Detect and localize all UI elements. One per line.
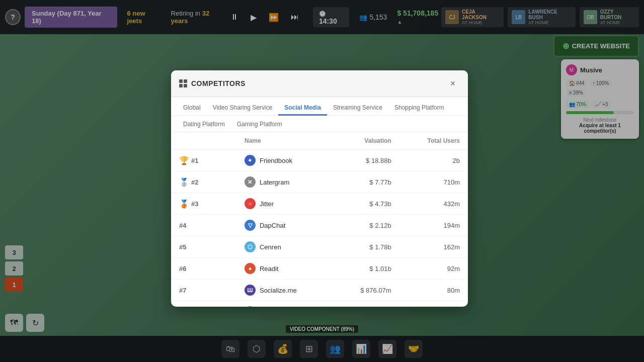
tab-video-sharing[interactable]: Video Sharing Service: [207, 101, 279, 116]
company-icon-3: ▽: [245, 220, 256, 231]
table-row[interactable]: #8 ∧ MeetyMe $ 257.42m 24m: [171, 301, 468, 307]
name-cell-7: ∧ MeetyMe: [236, 301, 333, 307]
rank-num-0: #1: [191, 157, 198, 164]
users-cell-7: 24m: [399, 301, 468, 307]
table-header-row: Name Valuation Total Users: [171, 132, 468, 150]
tab-dating[interactable]: Dating Platform: [177, 118, 231, 132]
company-name-6: Socialize.me: [260, 287, 297, 294]
competitors-table: Name Valuation Total Users 🏆 #1 ✦ Friend…: [171, 132, 468, 307]
name-cell-3: ▽ DapChat: [236, 215, 333, 236]
name-cell-5: ● Readit: [236, 258, 333, 280]
valuation-cell-7: $ 257.42m: [333, 301, 399, 307]
rank-cell-1: 🥈 #2: [171, 171, 236, 193]
company-icon-7: ∧: [245, 306, 256, 307]
valuation-cell-6: $ 876.07m: [333, 280, 399, 301]
company-icon-1: ✕: [245, 176, 256, 188]
users-cell-3: 194m: [399, 215, 468, 236]
name-cell-2: ○ Jitter: [236, 193, 333, 215]
col-users: Total Users: [399, 132, 468, 150]
table-row[interactable]: #4 ▽ DapChat $ 2.12b 194m: [171, 215, 468, 236]
valuation-cell-0: $ 18.88b: [333, 150, 399, 171]
rank-num-3: #4: [179, 222, 186, 229]
medal-0: 🏆: [179, 156, 189, 165]
col-name: Name: [236, 132, 333, 150]
tabs-row-1: Global Video Sharing Service Social Medi…: [171, 97, 468, 116]
valuation-cell-3: $ 2.12b: [333, 215, 399, 236]
table-row[interactable]: 🥈 #2 ✕ Latergram $ 7.77b 710m: [171, 171, 468, 193]
competitors-modal: COMPETITORS × Global Video Sharing Servi…: [171, 70, 468, 307]
rank-cell-6: #7: [171, 280, 236, 301]
company-name-5: Readit: [260, 265, 279, 273]
competitors-table-container[interactable]: Name Valuation Total Users 🏆 #1 ✦ Friend…: [171, 132, 468, 307]
table-row[interactable]: #5 ⬡ Cenren $ 1.78b 162m: [171, 236, 468, 258]
valuation-cell-4: $ 1.78b: [333, 236, 399, 258]
rank-cell-5: #6: [171, 258, 236, 280]
col-rank: [171, 132, 236, 150]
rank-num-2: #3: [191, 200, 198, 208]
rank-num-6: #7: [179, 287, 186, 294]
table-row[interactable]: 🥉 #3 ○ Jitter $ 4.73b 432m: [171, 193, 468, 215]
medal-1: 🥈: [179, 177, 189, 187]
users-cell-1: 710m: [399, 171, 468, 193]
company-name-3: DapChat: [260, 222, 285, 229]
rank-cell-0: 🏆 #1: [171, 150, 236, 171]
name-cell-6: Ш Socialize.me: [236, 280, 333, 301]
modal-overlay: COMPETITORS × Global Video Sharing Servi…: [0, 0, 644, 362]
users-cell-0: 2b: [399, 150, 468, 171]
table-row[interactable]: #6 ● Readit $ 1.01b 92m: [171, 258, 468, 280]
col-valuation: Valuation: [333, 132, 399, 150]
company-icon-4: ⬡: [245, 241, 256, 252]
users-cell-2: 432m: [399, 193, 468, 215]
valuation-cell-2: $ 4.73b: [333, 193, 399, 215]
tab-shopping[interactable]: Shopping Platform: [388, 101, 450, 116]
modal-header: COMPETITORS ×: [171, 70, 468, 97]
tab-gaming[interactable]: Gaming Platform: [231, 118, 288, 132]
grid-icon: [179, 79, 187, 87]
name-cell-0: ✦ Friendbook: [236, 150, 333, 171]
company-name-1: Latergram: [260, 178, 289, 186]
rank-cell-7: #8: [171, 301, 236, 307]
tab-social-media[interactable]: Social Media: [278, 101, 327, 116]
rank-cell-4: #5: [171, 236, 236, 258]
rank-num-4: #5: [179, 243, 186, 251]
users-cell-5: 92m: [399, 258, 468, 280]
medal-2: 🥉: [179, 199, 189, 209]
tab-global[interactable]: Global: [177, 101, 207, 116]
rank-cell-3: #4: [171, 215, 236, 236]
valuation-cell-1: $ 7.77b: [333, 171, 399, 193]
video-component-badge: VIDEO COMPONENT (89%): [286, 325, 358, 333]
rank-num-5: #6: [179, 265, 186, 273]
valuation-cell-5: $ 1.01b: [333, 258, 399, 280]
table-row[interactable]: 🏆 #1 ✦ Friendbook $ 18.88b 2b: [171, 150, 468, 171]
company-icon-0: ✦: [245, 155, 256, 166]
tabs-row-2: Dating Platform Gaming Platform: [171, 116, 468, 132]
rank-cell-2: 🥉 #3: [171, 193, 236, 215]
company-name-4: Cenren: [260, 243, 281, 251]
modal-title: COMPETITORS: [191, 79, 246, 87]
company-icon-6: Ш: [245, 285, 256, 296]
close-button[interactable]: ×: [446, 76, 460, 90]
modal-title-row: COMPETITORS: [179, 79, 246, 87]
rank-num-1: #2: [191, 178, 198, 186]
company-name-0: Friendbook: [260, 157, 292, 164]
company-icon-5: ●: [245, 263, 256, 274]
name-cell-4: ⬡ Cenren: [236, 236, 333, 258]
users-cell-4: 162m: [399, 236, 468, 258]
company-name-2: Jitter: [260, 200, 274, 208]
tab-streaming[interactable]: Streaming Service: [327, 101, 388, 116]
users-cell-6: 80m: [399, 280, 468, 301]
name-cell-1: ✕ Latergram: [236, 171, 333, 193]
table-row[interactable]: #7 Ш Socialize.me $ 876.07m 80m: [171, 280, 468, 301]
company-icon-2: ○: [245, 198, 256, 209]
